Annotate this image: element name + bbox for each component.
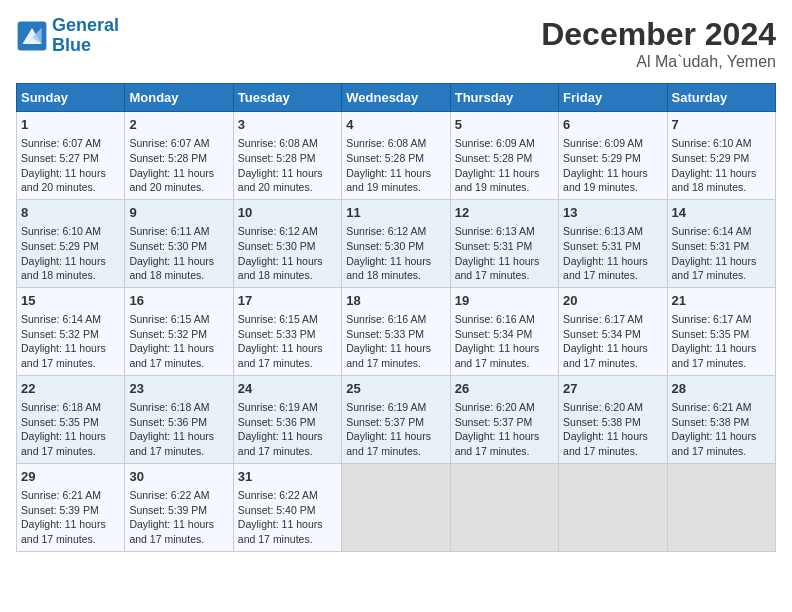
day-info-line: and 20 minutes. — [129, 180, 228, 195]
day-header-thursday: Thursday — [450, 84, 558, 112]
day-number: 27 — [563, 380, 662, 398]
day-info-line: Sunrise: 6:10 AM — [672, 136, 771, 151]
day-info-line: Sunrise: 6:09 AM — [455, 136, 554, 151]
calendar-cell: 25Sunrise: 6:19 AMSunset: 5:37 PMDayligh… — [342, 375, 450, 463]
day-info-line: and 17 minutes. — [563, 356, 662, 371]
day-info-line: Sunset: 5:30 PM — [346, 239, 445, 254]
calendar-header-row: SundayMondayTuesdayWednesdayThursdayFrid… — [17, 84, 776, 112]
calendar-cell: 3Sunrise: 6:08 AMSunset: 5:28 PMDaylight… — [233, 112, 341, 200]
day-info-line: and 17 minutes. — [129, 532, 228, 547]
calendar-body: 1Sunrise: 6:07 AMSunset: 5:27 PMDaylight… — [17, 112, 776, 552]
day-info-line: Daylight: 11 hours — [129, 341, 228, 356]
day-info-line: and 19 minutes. — [455, 180, 554, 195]
calendar-week-2: 8Sunrise: 6:10 AMSunset: 5:29 PMDaylight… — [17, 199, 776, 287]
day-number: 16 — [129, 292, 228, 310]
calendar-week-1: 1Sunrise: 6:07 AMSunset: 5:27 PMDaylight… — [17, 112, 776, 200]
calendar-cell: 20Sunrise: 6:17 AMSunset: 5:34 PMDayligh… — [559, 287, 667, 375]
day-info-line: and 17 minutes. — [672, 356, 771, 371]
day-info-line: Sunrise: 6:15 AM — [238, 312, 337, 327]
day-info-line: and 17 minutes. — [563, 268, 662, 283]
day-info-line: Daylight: 11 hours — [129, 429, 228, 444]
day-info-line: and 17 minutes. — [238, 444, 337, 459]
day-info-line: and 19 minutes. — [346, 180, 445, 195]
calendar-week-4: 22Sunrise: 6:18 AMSunset: 5:35 PMDayligh… — [17, 375, 776, 463]
day-info-line: Sunset: 5:30 PM — [238, 239, 337, 254]
day-info-line: Sunset: 5:39 PM — [21, 503, 120, 518]
calendar-cell: 8Sunrise: 6:10 AMSunset: 5:29 PMDaylight… — [17, 199, 125, 287]
day-info-line: and 20 minutes. — [21, 180, 120, 195]
day-info-line: and 17 minutes. — [455, 268, 554, 283]
day-number: 6 — [563, 116, 662, 134]
day-number: 28 — [672, 380, 771, 398]
day-info-line: and 17 minutes. — [346, 356, 445, 371]
day-info-line: and 17 minutes. — [21, 444, 120, 459]
calendar-cell: 12Sunrise: 6:13 AMSunset: 5:31 PMDayligh… — [450, 199, 558, 287]
day-info-line: Daylight: 11 hours — [563, 341, 662, 356]
day-info-line: Daylight: 11 hours — [21, 166, 120, 181]
day-info-line: Sunset: 5:34 PM — [563, 327, 662, 342]
day-info-line: Daylight: 11 hours — [238, 341, 337, 356]
day-header-sunday: Sunday — [17, 84, 125, 112]
day-info-line: Sunrise: 6:07 AM — [129, 136, 228, 151]
calendar-cell: 27Sunrise: 6:20 AMSunset: 5:38 PMDayligh… — [559, 375, 667, 463]
day-info-line: Sunset: 5:36 PM — [129, 415, 228, 430]
day-info-line: Daylight: 11 hours — [238, 166, 337, 181]
day-info-line: and 17 minutes. — [672, 268, 771, 283]
day-info-line: Sunrise: 6:21 AM — [672, 400, 771, 415]
day-info-line: and 18 minutes. — [21, 268, 120, 283]
calendar-cell: 9Sunrise: 6:11 AMSunset: 5:30 PMDaylight… — [125, 199, 233, 287]
calendar-cell: 29Sunrise: 6:21 AMSunset: 5:39 PMDayligh… — [17, 463, 125, 551]
day-number: 12 — [455, 204, 554, 222]
day-number: 26 — [455, 380, 554, 398]
day-info-line: Sunrise: 6:16 AM — [346, 312, 445, 327]
day-header-tuesday: Tuesday — [233, 84, 341, 112]
day-info-line: Sunset: 5:38 PM — [672, 415, 771, 430]
day-info-line: Sunrise: 6:08 AM — [238, 136, 337, 151]
calendar-cell: 22Sunrise: 6:18 AMSunset: 5:35 PMDayligh… — [17, 375, 125, 463]
day-info-line: Daylight: 11 hours — [672, 341, 771, 356]
day-info-line: Daylight: 11 hours — [672, 166, 771, 181]
day-number: 8 — [21, 204, 120, 222]
day-info-line: Sunset: 5:28 PM — [346, 151, 445, 166]
day-info-line: and 17 minutes. — [455, 356, 554, 371]
day-number: 3 — [238, 116, 337, 134]
day-info-line: Daylight: 11 hours — [346, 341, 445, 356]
logo-blue: Blue — [52, 35, 91, 55]
day-number: 13 — [563, 204, 662, 222]
day-info-line: Daylight: 11 hours — [563, 166, 662, 181]
day-info-line: Sunset: 5:39 PM — [129, 503, 228, 518]
day-info-line: Daylight: 11 hours — [346, 254, 445, 269]
logo-general: General — [52, 15, 119, 35]
day-info-line: Daylight: 11 hours — [21, 517, 120, 532]
day-info-line: and 17 minutes. — [238, 532, 337, 547]
day-info-line: Daylight: 11 hours — [129, 517, 228, 532]
calendar-cell: 10Sunrise: 6:12 AMSunset: 5:30 PMDayligh… — [233, 199, 341, 287]
day-number: 20 — [563, 292, 662, 310]
day-info-line: Daylight: 11 hours — [129, 254, 228, 269]
calendar-cell — [667, 463, 775, 551]
day-info-line: Daylight: 11 hours — [672, 429, 771, 444]
day-number: 25 — [346, 380, 445, 398]
calendar-cell: 31Sunrise: 6:22 AMSunset: 5:40 PMDayligh… — [233, 463, 341, 551]
day-info-line: Sunrise: 6:12 AM — [238, 224, 337, 239]
calendar-cell — [559, 463, 667, 551]
day-info-line: and 17 minutes. — [672, 444, 771, 459]
day-info-line: Sunset: 5:31 PM — [455, 239, 554, 254]
calendar-cell: 17Sunrise: 6:15 AMSunset: 5:33 PMDayligh… — [233, 287, 341, 375]
calendar-cell: 2Sunrise: 6:07 AMSunset: 5:28 PMDaylight… — [125, 112, 233, 200]
calendar-cell — [450, 463, 558, 551]
day-info-line: Daylight: 11 hours — [21, 254, 120, 269]
calendar-cell: 24Sunrise: 6:19 AMSunset: 5:36 PMDayligh… — [233, 375, 341, 463]
day-info-line: Sunset: 5:28 PM — [129, 151, 228, 166]
day-info-line: Sunrise: 6:17 AM — [563, 312, 662, 327]
day-number: 15 — [21, 292, 120, 310]
day-info-line: Daylight: 11 hours — [129, 166, 228, 181]
day-number: 21 — [672, 292, 771, 310]
day-info-line: Daylight: 11 hours — [455, 166, 554, 181]
day-header-wednesday: Wednesday — [342, 84, 450, 112]
day-info-line: and 17 minutes. — [455, 444, 554, 459]
day-number: 14 — [672, 204, 771, 222]
calendar-cell: 30Sunrise: 6:22 AMSunset: 5:39 PMDayligh… — [125, 463, 233, 551]
calendar-week-5: 29Sunrise: 6:21 AMSunset: 5:39 PMDayligh… — [17, 463, 776, 551]
calendar-cell: 4Sunrise: 6:08 AMSunset: 5:28 PMDaylight… — [342, 112, 450, 200]
